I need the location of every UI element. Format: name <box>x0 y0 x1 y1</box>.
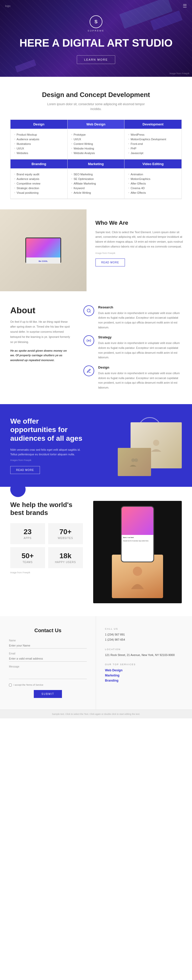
design-col-marketing: Marketing SEO Marketing SE Optimization … <box>68 159 125 199</box>
design-col-body-webdesign: Prototype UI/UX Content Writing Website … <box>68 129 124 159</box>
svg-point-6 <box>133 566 142 576</box>
research-title: Research <box>98 305 182 309</box>
svg-point-0 <box>87 309 90 312</box>
call-us-title: CALL US <box>105 628 183 630</box>
location-section: LOCATION 121 Rock Street, 21 Avenue, New… <box>105 648 183 658</box>
opport-text: Nibh venenatis cras sed felis eget velit… <box>10 447 83 457</box>
webdesign-item-4: Website Hosting <box>71 146 121 151</box>
services-title: OUR TOP SERVICES <box>105 663 183 666</box>
contact-info-area: CALL US 1 (234) 567 891 1 (234) 987-654 … <box>96 616 192 710</box>
hero-title: HERE A DIGITAL ART STUDIO <box>10 37 182 49</box>
design-col-body-dev: WordPress MotionGraphics Devlopment Fron… <box>124 129 181 159</box>
contact-form-area: Contact Us Name Email Message I accept t… <box>0 616 96 710</box>
who-content-area: Who We Are Sample text. Click to select … <box>87 209 192 291</box>
dev-item-1: WordPress <box>128 132 178 137</box>
message-textarea[interactable] <box>9 669 87 679</box>
design-concept-section: Design and Concept Development Lorem ips… <box>0 77 192 209</box>
about-right-content: Research Duis aute irure dolor in repreh… <box>84 305 182 390</box>
design-item-title: Design <box>98 366 182 369</box>
about-text: On feel if up to till like. He an thing … <box>10 320 71 345</box>
video-item-1: Animation <box>128 172 178 177</box>
design-item-5: Websites <box>14 151 64 155</box>
logo-icon: S <box>90 15 102 28</box>
email-input[interactable] <box>9 656 87 662</box>
who-title: Who We Are <box>95 220 183 226</box>
hero-image-credit: Image from Freepik <box>170 72 189 75</box>
design-col-webdesign: Web Design Prototype UI/UX Content Writi… <box>68 120 125 159</box>
who-read-more-button[interactable]: READ MORE <box>95 258 125 266</box>
svg-point-5 <box>135 458 138 462</box>
about-research-text: Research Duis aute irure dolor in repreh… <box>98 305 182 330</box>
nav-logo: logo <box>5 4 11 8</box>
stat-users-number: 18k <box>52 552 79 560</box>
webdesign-item-2: UI/UX <box>71 137 121 142</box>
about-item-strategy: Strategy Duis aute irure dolor in repreh… <box>84 335 182 360</box>
marketing-item-3: Affiliate Marketing <box>71 181 121 186</box>
phone-title: Earn > no limit <box>123 536 152 539</box>
phone-screen-top <box>122 507 153 535</box>
phone-screen-bottom: Earn > no limit Sample text for UI previ… <box>122 535 153 562</box>
brands-right-image: Earn > no limit Sample text for UI previ… <box>93 501 182 603</box>
marketing-item-2: SE Optimization <box>71 177 121 181</box>
brands-section: We help the world's best brands 23 APPS … <box>0 487 192 616</box>
svg-point-3 <box>153 440 159 446</box>
name-field-group: Name <box>9 639 87 649</box>
stat-users-label: HAPPY USERS <box>52 561 79 563</box>
about-design-text: Design Duis aute irure dolor in reprehen… <box>98 366 182 390</box>
about-section: About On feel if up to till like. He an … <box>0 291 192 404</box>
stat-users: 18k HAPPY USERS <box>48 547 83 568</box>
design-col-branding: Branding Brand equity audit Audience ana… <box>11 159 68 199</box>
opport-title: We offer opportunities for audiences of … <box>10 417 83 443</box>
brands-left-content: We help the world's best brands 23 APPS … <box>10 501 83 574</box>
phone-1: 1 (234) 567 891 <box>105 632 183 637</box>
phone-screen-text: Earn > no limit Sample text for UI previ… <box>123 536 152 542</box>
opportunities-section: We offer opportunities for audiences of … <box>0 404 192 487</box>
terms-checkbox[interactable] <box>9 684 12 686</box>
design-col-video: Video Editing Animation MotionGraphics A… <box>124 159 181 199</box>
brands-stats-grid: 23 APPS 70+ WEBSITES 50+ TEAMS 18k HAPPY… <box>10 523 83 568</box>
stat-teams: 50+ TEAMS <box>10 547 45 568</box>
stat-websites-number: 70+ <box>52 528 79 536</box>
design-col-header-design: Design <box>11 120 67 129</box>
svg-point-2 <box>88 340 89 341</box>
location-title: LOCATION <box>105 648 183 651</box>
stat-teams-number: 50+ <box>14 552 41 560</box>
about-title: About <box>10 305 71 315</box>
stat-websites-label: WEBSITES <box>52 537 79 539</box>
stat-websites: 70+ WEBSITES <box>48 523 83 544</box>
who-image-placeholder: Be COOL <box>0 209 87 291</box>
contact-section: Contact Us Name Email Message I accept t… <box>0 616 192 710</box>
who-image-credit: Image from Freepik <box>95 252 183 255</box>
design-col-header-dev: Development <box>124 120 181 129</box>
learn-more-button[interactable]: LEARN MORE <box>77 55 116 64</box>
laptop-container: Be COOL <box>25 237 61 263</box>
phone-2: 1 (234) 987-654 <box>105 637 183 643</box>
design-col-body-marketing: SEO Marketing SE Optimization Affiliate … <box>68 169 124 199</box>
services-section: OUR TOP SERVICES Web Design Marketing Br… <box>105 663 183 683</box>
strategy-icon <box>84 335 94 346</box>
terms-label: I accept the Terms of Service <box>14 684 43 686</box>
design-col-header-webdesign: Web Design <box>68 120 124 129</box>
design-icon <box>84 366 94 376</box>
research-body: Duis aute irure dolor in reprehenderit i… <box>98 311 182 330</box>
stat-apps-label: APPS <box>14 537 41 539</box>
stat-apps-number: 23 <box>14 528 41 536</box>
design-item-body: Duis aute irure dolor in reprehenderit i… <box>98 371 182 390</box>
svg-point-4 <box>131 458 135 462</box>
call-us-section: CALL US 1 (234) 567 891 1 (234) 987-654 <box>105 628 183 643</box>
service-branding: Branding <box>105 678 183 683</box>
contact-title: Contact Us <box>9 628 87 633</box>
research-icon <box>84 305 94 316</box>
phone-display: Earn > no limit Sample text for UI previ… <box>93 501 182 603</box>
opport-images-container <box>130 422 182 468</box>
branding-item-4: Strategic direction <box>14 186 64 191</box>
submit-button[interactable]: SUBMIT <box>34 690 62 698</box>
email-field-group: Email <box>9 652 87 662</box>
name-input[interactable] <box>9 643 87 649</box>
video-item-3: After Effects <box>128 181 178 186</box>
design-concept-title: Design and Concept Development <box>10 91 182 99</box>
about-item-design: Design Duis aute irure dolor in reprehen… <box>84 366 182 390</box>
design-col-body-video: Animation MotionGraphics After Effects C… <box>124 169 181 199</box>
opport-read-more-button[interactable]: READ MORE <box>10 466 40 474</box>
hamburger-icon[interactable]: ☰ <box>183 3 187 9</box>
